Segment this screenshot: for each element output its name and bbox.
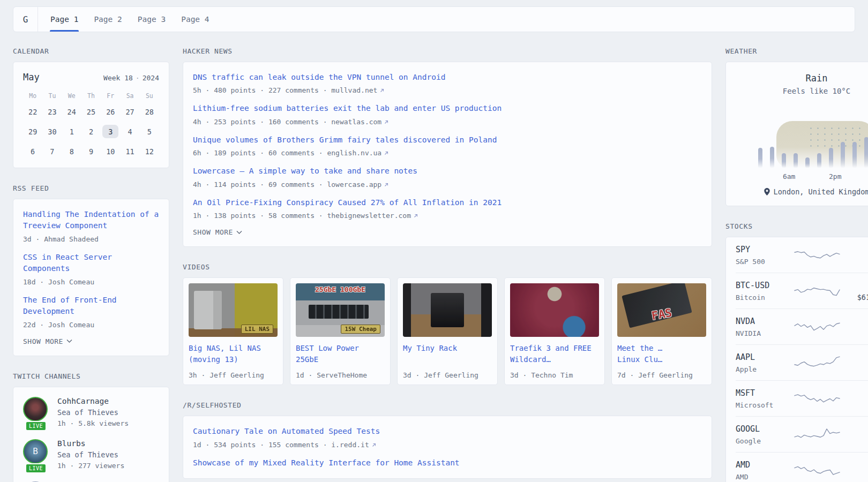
live-badge: LIVE [25,463,47,473]
video-thumbnail[interactable] [403,283,492,337]
weather-card: Rain Feels like 10°C 12° 6am2pm10pm Lond… [725,62,868,206]
calendar-day: 9 [81,145,101,158]
calendar-day: 27 [120,105,139,118]
rss-item-title[interactable]: The End of Front-End Development [23,295,159,318]
rss-show-more-button[interactable]: SHOW MORE [23,337,72,345]
video-card[interactable]: Traefik 3 and FREE Wildcard… 3d · Techno… [504,277,605,385]
stock-row[interactable]: SPY S&P 500 +1.32% $511.69 [736,237,868,273]
separator-dot: · [136,74,140,82]
weekday-label: We [62,92,81,103]
calendar-day: 6 [23,145,42,158]
hn-item-title[interactable]: Lithium-free sodium batteries exit the l… [193,103,702,114]
stock-row[interactable]: AAPL Apple +6.63% $184.51 [736,344,868,380]
app-logo[interactable]: G [13,7,38,32]
stock-price: $167.03 [842,436,868,445]
video-card[interactable]: LIL NAS Big NAS, Lil NAS (moving 13) 3h … [183,277,283,385]
rss-item-meta: 3d · Ahmad Shadeed [23,235,159,243]
thumbnail-text-center: FAS [650,306,673,322]
video-card[interactable]: FAS Meet the … Linux Clu… 7d · Jeff Geer… [611,277,712,385]
stock-name: S&P 500 [736,258,792,266]
video-meta: 3d · Techno Tim [510,367,599,379]
nav-tab[interactable]: Page 3 [137,7,166,32]
video-thumbnail[interactable]: 25GbE 100GbE 15W Cheap [296,283,385,337]
hn-show-more-button[interactable]: SHOW MORE [193,228,242,236]
calendar-section-title: CALENDAR [13,47,169,55]
hn-item: Unique volumes of Brothers Grimm fairy t… [193,134,702,157]
calendar-day: 8 [62,145,81,158]
channel-category: Sea of Thieves [57,450,124,459]
calendar-day: 26 [101,105,120,118]
reddit-widget: /R/SELFHOSTED Cautionary Tale on Automat… [183,401,712,479]
video-title[interactable]: Big NAS, Lil NAS (moving 13) [189,343,278,365]
twitch-channel-row[interactable]: B LIVE Blurbs Sea of Thieves 1h · 277 vi… [23,439,159,470]
hn-section-title: HACKER NEWS [183,47,712,55]
twitch-channel-row[interactable]: LIVE CohhCarnage Sea of Thieves 1h · 5.8… [23,397,159,427]
video-thumbnail[interactable]: LIL NAS [189,283,278,337]
calendar-day: 22 [23,105,42,118]
hn-item-meta: 4h · 253 points · 160 comments · newatla… [193,118,702,126]
stock-price: $888.12 [842,329,868,337]
hn-item-title[interactable]: DNS traffic can leak outside the VPN tun… [193,72,702,83]
stock-row[interactable]: MSFT Microsoft +2.24% $406.76 [736,380,868,416]
video-title[interactable]: BEST Low Power 25GbE and 100GbE Switch… [296,343,385,365]
calendar-day: 12 [140,145,159,158]
hn-item: DNS traffic can leak outside the VPN tun… [193,72,702,94]
stock-symbol: NVDA [736,317,792,326]
hn-item: Lowercase – A simple way to take and sha… [193,165,702,188]
nav-tab[interactable]: Page 2 [93,7,122,32]
nav-tab[interactable]: Page 1 [50,7,79,32]
stock-price: $511.69 [842,257,868,266]
hn-list: DNS traffic can leak outside the VPN tun… [193,72,702,220]
reddit-item-title[interactable]: Cautionary Tale on Automated Speed Tests [193,426,702,437]
hn-item-title[interactable]: Lowercase – A simple way to take and sha… [193,165,702,177]
channel-viewers: 1h · 277 viewers [57,462,124,470]
video-card[interactable]: 25GbE 100GbE 15W Cheap BEST Low Power 25… [290,277,391,385]
hn-card: DNS traffic can leak outside the VPN tun… [183,62,712,247]
calendar-day: 23 [42,105,62,118]
videos-section-title: VIDEOS [183,263,712,271]
stock-change: +3.49% [842,316,868,326]
channel-name[interactable]: Blurbs [57,439,124,448]
stock-row[interactable]: AMD AMD +2.97% $150.50 [736,452,868,482]
rss-item: Handling The Indentation of a Treeview C… [23,209,159,243]
video-thumbnail[interactable] [510,283,599,337]
external-link-icon [384,150,389,156]
external-link-icon [413,213,418,219]
stock-name: NVIDIA [736,329,792,337]
weather-feels-like: Feels like 10°C [736,87,868,95]
weekday-label: Sa [120,92,139,103]
video-meta: 3d · Jeff Geerling [403,367,492,379]
stock-symbol: SPY [736,245,792,254]
stock-row[interactable]: NVDA NVIDIA +3.49% $888.12 [736,308,868,344]
stock-change: +2.97% [842,460,868,469]
channel-name[interactable]: CohhCarnage [57,397,129,405]
stock-price: $150.50 [842,472,868,481]
video-title[interactable]: Traefik 3 and FREE Wildcard… [510,343,599,365]
video-card[interactable]: My Tiny Rack 3d · Jeff Geerling [397,277,498,385]
stock-name: Bitcoin [736,293,792,302]
weekday-label: Th [81,92,101,103]
video-title[interactable]: Meet the … Linux Clu… [617,343,706,365]
calendar-day: 10 [101,145,120,158]
twitch-section-title: TWITCH CHANNELS [13,372,169,380]
video-title[interactable]: My Tiny Rack [403,343,492,354]
calendar-month: May [23,72,40,82]
stock-change: +4.56% [842,280,868,290]
video-thumbnail[interactable]: FAS [617,283,706,337]
videos-widget: VIDEOS LIL NAS Big NAS, Lil NAS (moving … [183,263,712,385]
rss-widget: RSS FEED Handling The Indentation of a T… [13,184,169,356]
hn-item: An Oil Price-Fixing Conspiracy Caused 27… [193,197,702,220]
nav-tab[interactable]: Page 4 [181,7,209,32]
hn-item-title[interactable]: An Oil Price-Fixing Conspiracy Caused 27… [193,197,702,208]
chevron-down-icon [236,230,242,235]
stock-row[interactable]: GOOGL Google +0.25% $167.03 [736,416,868,452]
stock-row[interactable]: BTC-USD Bitcoin +4.56% $61,820.02 [736,273,868,308]
calendar-day: 28 [140,105,159,118]
weather-hour-bar [841,142,845,168]
hn-item-title[interactable]: Unique volumes of Brothers Grimm fairy t… [193,134,702,146]
calendar-widget: CALENDAR May Week 18·2024 MoTuWeThFrSaSu… [13,47,169,168]
rss-item-title[interactable]: CSS in React Server Components [23,252,159,275]
weather-hour-bar [758,148,762,168]
rss-item-title[interactable]: Handling The Indentation of a Treeview C… [23,209,159,232]
reddit-item-title[interactable]: Showcase of my Mixed Reality Interface f… [193,457,702,469]
